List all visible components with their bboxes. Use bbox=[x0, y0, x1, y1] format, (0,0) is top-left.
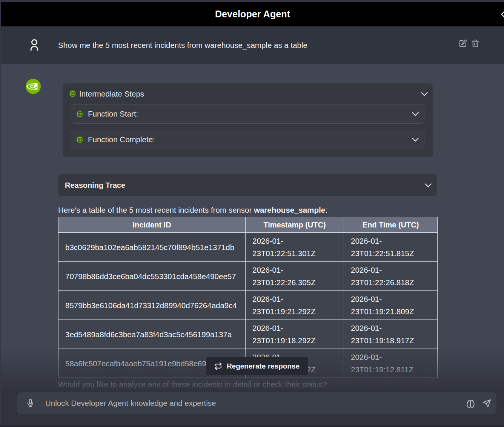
nvidia-avatar bbox=[25, 78, 41, 94]
timestamp-cell: 2026-01-23T01:22:26.305Z bbox=[246, 262, 344, 291]
end-time-cell: 2026-01-23T01:19:21.809Z bbox=[344, 291, 438, 320]
regenerate-response-label: Regenerate response bbox=[227, 362, 300, 370]
end-time-cell: 2026-01-23T01:19:18.917Z bbox=[344, 320, 438, 349]
timestamp-cell: 2026-01-23T01:19:18.292Z bbox=[246, 320, 344, 349]
table-row: 70798b86dd3ce6ba04dc553301cda458e490ee57… bbox=[58, 262, 438, 291]
chip-icon bbox=[76, 111, 83, 118]
chevron-down-icon bbox=[424, 181, 432, 189]
brain-icon bbox=[466, 399, 475, 408]
collapse-panel-button[interactable] bbox=[498, 10, 504, 19]
trash-icon bbox=[471, 39, 479, 48]
app-header: Developer Agent bbox=[1, 2, 504, 26]
table-header-row: Incident IDTimestamp (UTC)End Time (UTC) bbox=[58, 217, 438, 233]
table-column-header: End Time (UTC) bbox=[344, 217, 438, 233]
timestamp-cell: 2026-01-23T01:19:21.292Z bbox=[246, 291, 344, 320]
table-column-header: Timestamp (UTC) bbox=[246, 217, 344, 233]
delete-message-button[interactable] bbox=[471, 39, 479, 48]
send-button[interactable] bbox=[482, 399, 491, 408]
followup-text: Would you like to analyze any of these i… bbox=[58, 379, 439, 389]
table-row: b3c0629ba102ea6ab582145c70f894b51e1371db… bbox=[58, 233, 438, 262]
user-icon bbox=[28, 38, 41, 51]
chat-area: Intermediate Steps Function Start: Funct… bbox=[1, 64, 504, 389]
incident-id-cell: 70798b86dd3ce6ba04dc553301cda458e490ee57 bbox=[58, 262, 246, 291]
sensor-name: warehouse_sample bbox=[254, 206, 325, 214]
chip-icon bbox=[76, 136, 83, 143]
microphone-button[interactable] bbox=[26, 399, 35, 407]
user-message-text: Show me the 5 most recent incidents from… bbox=[58, 26, 435, 64]
composer-bar bbox=[1, 389, 504, 425]
function-step-label: Function Complete: bbox=[88, 135, 155, 144]
table-column-header: Incident ID bbox=[58, 217, 246, 233]
incidents-table: Incident IDTimestamp (UTC)End Time (UTC)… bbox=[58, 217, 438, 378]
intermediate-steps-toggle[interactable]: Intermediate Steps bbox=[63, 83, 433, 104]
incident-id-cell: b3c0629ba102ea6ab582145c70f894b51e1371db bbox=[58, 233, 246, 262]
repeat-icon bbox=[214, 362, 222, 370]
incident-id-cell: 3ed5489a8fd6c3bea7a83f4d3ac5c456199a137a bbox=[58, 320, 246, 349]
chevron-left-icon bbox=[498, 10, 504, 19]
chip-icon bbox=[69, 90, 76, 97]
chevron-down-icon bbox=[411, 110, 419, 118]
function-step-label: Function Start: bbox=[88, 109, 138, 118]
table-row: 8579bb3e6106da41d73312d89940d76264ada9c4… bbox=[58, 291, 438, 320]
app-window: Developer Agent Show me the 5 most recen… bbox=[1, 2, 504, 425]
regenerate-response-button[interactable]: Regenerate response bbox=[206, 357, 308, 375]
edit-icon bbox=[459, 39, 467, 48]
end-time-cell: 2026-01-23T01:19:12.811Z bbox=[344, 349, 438, 378]
edit-message-button[interactable] bbox=[459, 39, 467, 48]
reasoning-trace-label: Reasoning Trace bbox=[65, 181, 125, 190]
message-input[interactable] bbox=[45, 392, 468, 414]
answer-intro-text: Here's a table of the 5 most recent inci… bbox=[58, 205, 439, 215]
function-step-toggle[interactable]: Function Complete: bbox=[71, 130, 424, 149]
chevron-down-icon bbox=[411, 135, 419, 144]
incident-id-cell: 8579bb3e6106da41d73312d89940d76264ada9c4 bbox=[58, 291, 246, 320]
knowledge-base-button[interactable] bbox=[466, 399, 475, 408]
table-row: 3ed5489a8fd6c3bea7a83f4d3ac5c456199a137a… bbox=[58, 320, 438, 349]
intermediate-steps-label: Intermediate Steps bbox=[79, 89, 144, 98]
page-title: Developer Agent bbox=[215, 9, 290, 20]
reasoning-trace-toggle[interactable]: Reasoning Trace bbox=[58, 174, 437, 196]
send-icon bbox=[482, 399, 491, 408]
message-input-box bbox=[17, 392, 496, 414]
intermediate-steps-panel: Intermediate Steps Function Start: Funct… bbox=[63, 83, 433, 157]
user-message-row: Show me the 5 most recent incidents from… bbox=[1, 26, 504, 64]
timestamp-cell: 2026-01-23T01:22:51.301Z bbox=[246, 233, 344, 262]
chevron-down-icon bbox=[420, 90, 429, 98]
end-time-cell: 2026-01-23T01:22:26.818Z bbox=[344, 262, 438, 291]
end-time-cell: 2026-01-23T01:22:51.815Z bbox=[344, 233, 438, 262]
microphone-icon bbox=[26, 399, 35, 407]
function-step-toggle[interactable]: Function Start: bbox=[71, 104, 424, 124]
